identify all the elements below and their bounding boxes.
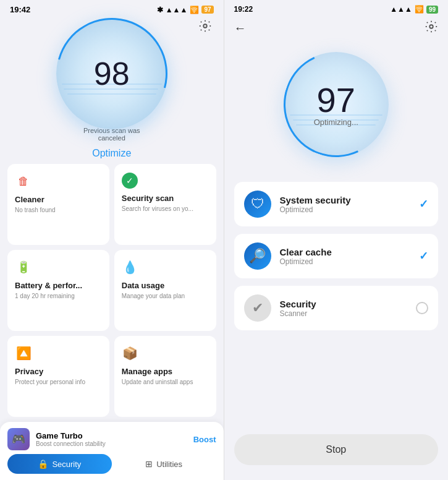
feature-card-apps[interactable]: 📦 Manage apps Update and uninstall apps: [114, 336, 216, 417]
nav-tabs: 🔒 Security ⊞ Utilities: [7, 454, 216, 474]
feature-card-cleaner[interactable]: 🗑 Cleaner No trash found: [7, 164, 109, 245]
tab-security[interactable]: 🔒 Security: [7, 454, 112, 474]
apps-title: Manage apps: [122, 367, 209, 376]
optimize-button[interactable]: Optimize: [92, 148, 131, 159]
system-security-check: ✓: [419, 197, 428, 211]
left-time: 19:42: [10, 5, 30, 14]
security-scan-title: Security scan: [122, 194, 209, 203]
right-status-icons: ▲▲▲ 🛜 99: [390, 5, 438, 14]
data-title: Data usage: [122, 281, 209, 290]
stop-button-container: Stop: [224, 424, 449, 480]
boost-button[interactable]: Boost: [193, 435, 216, 444]
clear-cache-check: ✓: [419, 249, 428, 263]
security-scanner-title: Security: [280, 299, 408, 309]
system-security-icon: 🛡: [244, 191, 271, 218]
utilities-tab-icon: ⊞: [145, 459, 153, 469]
system-security-title: System security: [280, 195, 411, 205]
data-icon: 💧: [122, 259, 139, 276]
opt-item-security: ✔ Security Scanner: [234, 286, 439, 330]
game-turbo-row: 🎮 Game Turbo Boost connection stability …: [7, 428, 216, 450]
cleaner-icon: 🗑: [15, 173, 32, 190]
opt-item-system-security: 🛡 System security Optimized ✓: [234, 182, 439, 226]
security-spinner: [416, 302, 428, 314]
privacy-icon: 🔼: [15, 345, 32, 362]
right-panel: 19:22 ▲▲▲ 🛜 99 ←: [224, 0, 449, 480]
optimization-list: 🛡 System security Optimized ✓ 🔎 Clear ca…: [224, 176, 449, 424]
right-settings-icon[interactable]: [425, 20, 438, 36]
security-scanner-subtitle: Scanner: [280, 309, 408, 318]
game-turbo-title: Game Turbo: [36, 431, 187, 440]
left-status-icons: ✱ ▲▲▲ 🛜 97: [157, 6, 214, 14]
right-score-label: Optimizing...: [314, 118, 358, 127]
svg-point-1: [429, 25, 433, 28]
security-scan-desc: Search for viruses on yo...: [122, 205, 209, 212]
wifi-icon: 🛜: [190, 6, 199, 14]
feature-card-data[interactable]: 💧 Data usage Manage your data plan: [114, 250, 216, 331]
right-score-circle: 97 Optimizing...: [284, 52, 389, 157]
feature-card-battery[interactable]: 🔋 Battery & perfor... 1 day 20 hr remain…: [7, 250, 109, 331]
privacy-desc: Protect your personal info: [15, 379, 102, 385]
bottom-bar: 🎮 Game Turbo Boost connection stability …: [0, 422, 224, 480]
bluetooth-icon: ✱: [157, 6, 163, 14]
score-area: 98 Previous scan was canceled Optimize: [0, 17, 224, 159]
cleaner-title: Cleaner: [15, 195, 102, 204]
apps-icon: 📦: [122, 345, 139, 362]
battery-icon: 🔋: [15, 259, 32, 276]
battery-badge: 97: [201, 6, 213, 14]
security-scanner-text: Security Scanner: [280, 299, 408, 318]
right-status-bar: 19:22 ▲▲▲ 🛜 99: [224, 0, 449, 16]
clear-cache-title: Clear cache: [280, 247, 411, 257]
system-security-subtitle: Optimized: [280, 205, 411, 214]
right-score-area: 97 Optimizing...: [224, 40, 449, 176]
stop-button[interactable]: Stop: [234, 434, 439, 465]
system-security-text: System security Optimized: [280, 195, 411, 214]
score-number: 98: [94, 58, 130, 90]
clear-cache-subtitle: Optimized: [280, 257, 411, 266]
security-scanner-icon: ✔: [244, 294, 271, 322]
back-button[interactable]: ←: [234, 21, 247, 35]
feature-card-security[interactable]: ✓ Security scan Search for viruses on yo…: [114, 164, 216, 245]
score-content: 98: [94, 58, 130, 90]
feature-grid: 🗑 Cleaner No trash found ✓ Security scan…: [0, 159, 224, 422]
opt-item-clear-cache: 🔎 Clear cache Optimized ✓: [234, 234, 439, 278]
score-circle: 98: [56, 23, 167, 124]
game-turbo-desc: Boost connection stability: [36, 440, 187, 447]
right-score-content: 97 Optimizing...: [314, 83, 358, 127]
utilities-tab-label: Utilities: [156, 460, 182, 469]
security-scan-icon: ✓: [122, 173, 138, 189]
right-battery-badge: 99: [426, 6, 438, 14]
clear-cache-icon: 🔎: [244, 242, 271, 270]
clear-cache-text: Clear cache Optimized: [280, 247, 411, 266]
right-top-bar: ←: [224, 16, 449, 40]
right-score-number: 97: [314, 83, 358, 118]
battery-title: Battery & perfor...: [15, 281, 102, 290]
game-turbo-icon: 🎮: [7, 428, 30, 450]
apps-desc: Update and uninstall apps: [122, 379, 209, 385]
right-signal-icon: ▲▲▲: [390, 5, 412, 14]
game-turbo-text: Game Turbo Boost connection stability: [36, 431, 187, 447]
left-status-bar: 19:42 ✱ ▲▲▲ 🛜 97: [0, 0, 224, 17]
feature-card-privacy[interactable]: 🔼 Privacy Protect your personal info: [7, 336, 109, 417]
security-tab-icon: 🔒: [38, 459, 48, 469]
security-tab-label: Security: [52, 460, 81, 469]
tab-utilities[interactable]: ⊞ Utilities: [112, 454, 216, 474]
privacy-title: Privacy: [15, 367, 102, 376]
battery-desc: 1 day 20 hr remaining: [15, 293, 102, 299]
cleaner-desc: No trash found: [15, 207, 102, 213]
data-desc: Manage your data plan: [122, 293, 209, 299]
right-time: 19:22: [234, 5, 253, 14]
signal-icon: ▲▲▲: [166, 6, 188, 14]
right-wifi-icon: 🛜: [415, 5, 424, 14]
left-panel: 19:42 ✱ ▲▲▲ 🛜 97 98: [0, 0, 224, 480]
